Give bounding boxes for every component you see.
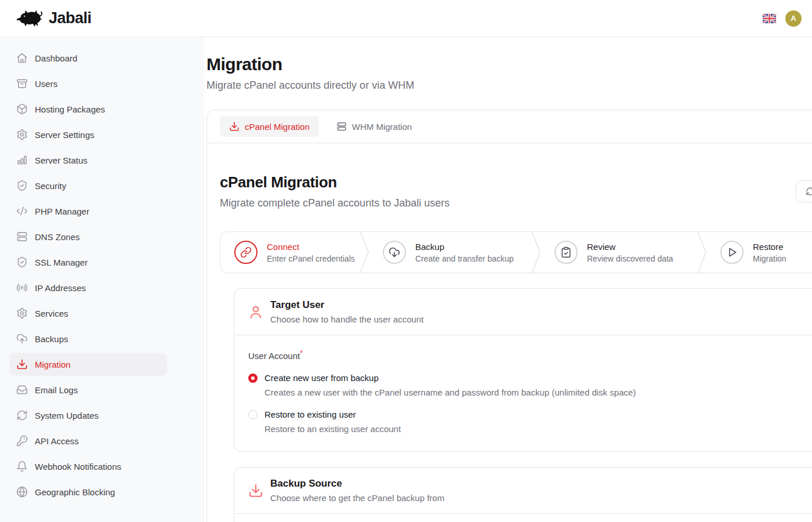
step-connect[interactable]: ConnectEnter cPanel credentials <box>220 232 360 273</box>
radio-button[interactable] <box>248 374 258 383</box>
step-separator-chevron-icon <box>531 231 541 273</box>
tab-label: WHM Migration <box>352 122 412 132</box>
brand-name: Jabali <box>49 9 92 27</box>
download-icon <box>229 121 240 132</box>
sidebar-item-services[interactable]: Services <box>9 302 167 325</box>
tab-cpanel-migration[interactable]: cPanel Migration <box>220 116 319 137</box>
sidebar-item-label: Email Logs <box>35 385 78 395</box>
sidebar-nav: DashboardUsersHosting PackagesServer Set… <box>0 37 204 522</box>
step-subtitle: Review discovered data <box>587 254 673 263</box>
logo-link[interactable]: Jabali <box>15 8 92 30</box>
backup-source-card: Backup Source Choose where to get the cP… <box>234 467 812 522</box>
sidebar-item-email-logs[interactable]: Email Logs <box>9 378 167 401</box>
step-subtitle: Create and transfer backup <box>415 254 514 263</box>
topbar: Jabali A <box>0 0 812 37</box>
sidebar-item-label: Dashboard <box>35 53 77 63</box>
download-icon <box>248 483 263 498</box>
refresh-icon <box>806 187 812 196</box>
code-icon <box>16 205 28 217</box>
option-description: Creates a new user with the cPanel usern… <box>264 387 812 397</box>
server-icon <box>16 231 28 242</box>
step-restore[interactable]: RestoreMigration <box>706 232 812 273</box>
backup-source-title: Backup Source <box>270 478 444 490</box>
sidebar-item-label: API Access <box>35 436 79 446</box>
server-icon <box>336 121 347 132</box>
sidebar-item-label: PHP Manager <box>35 206 89 216</box>
sidebar-item-ip-addresses[interactable]: IP Addresses <box>9 276 167 299</box>
inbox-icon <box>16 384 28 396</box>
sidebar-item-migration[interactable]: Migration <box>9 353 167 376</box>
option-label: Create new user from backup <box>264 373 379 383</box>
uk-flag-icon[interactable] <box>763 14 776 23</box>
sidebar-item-dns-zones[interactable]: DNS Zones <box>9 225 167 248</box>
step-title: Connect <box>267 242 355 252</box>
panel-subtitle: Migrate complete cPanel accounts to Jaba… <box>220 197 449 209</box>
sidebar-item-dashboard[interactable]: Dashboard <box>9 46 167 70</box>
shield-check-icon <box>16 180 28 191</box>
step-separator-chevron-icon <box>697 231 706 273</box>
sidebar-item-server-status[interactable]: Server Status <box>9 148 167 172</box>
sidebar-item-hosting-packages[interactable]: Hosting Packages <box>9 97 167 121</box>
shield-check-icon <box>16 256 28 268</box>
sidebar-item-label: Server Status <box>35 155 88 165</box>
settings-icon <box>16 129 28 140</box>
package-icon <box>16 103 28 115</box>
key-icon <box>16 435 28 447</box>
migration-stepper: ConnectEnter cPanel credentialsBackupCre… <box>220 231 812 273</box>
sidebar-item-label: Backups <box>35 334 68 344</box>
sidebar-item-php-manager[interactable]: PHP Manager <box>9 200 167 223</box>
page-subtitle: Migrate cPanel accounts directly or via … <box>206 79 812 92</box>
panel-title: cPanel Migration <box>220 173 449 191</box>
step-title: Review <box>587 242 673 252</box>
option-create-new-user[interactable]: Create new user from backupCreates a new… <box>248 373 812 397</box>
sidebar-item-users[interactable]: Users <box>9 72 167 95</box>
sidebar-item-label: IP Addresses <box>35 283 86 293</box>
sidebar-item-ssl-manager[interactable]: SSL Manager <box>9 251 167 274</box>
step-subtitle: Enter cPanel credentials <box>267 254 355 263</box>
sidebar-item-label: Migration <box>35 360 71 369</box>
tab-label: cPanel Migration <box>245 122 310 132</box>
page-title: Migration <box>206 55 812 74</box>
start-over-button[interactable]: Start Over <box>796 180 812 202</box>
play-icon <box>720 241 744 264</box>
sidebar-item-label: DNS Zones <box>35 232 80 242</box>
option-description: Restore to an existing user account <box>264 424 812 434</box>
step-subtitle: Migration <box>753 254 786 263</box>
radio-button[interactable] <box>248 410 258 419</box>
bell-icon <box>16 461 28 472</box>
option-restore-existing-user[interactable]: Restore to existing userRestore to an ex… <box>248 409 812 434</box>
sidebar-item-system-updates[interactable]: System Updates <box>9 404 167 427</box>
home-icon <box>16 52 28 64</box>
step-title: Backup <box>415 242 514 252</box>
step-review[interactable]: ReviewReview discovered data <box>541 232 697 273</box>
target-user-title: Target User <box>270 299 423 311</box>
link-icon <box>234 241 258 264</box>
cloud-upload-icon <box>16 333 28 345</box>
clipboard-check-icon <box>554 241 578 264</box>
backup-source-subtitle: Choose where to get the cPanel backup fr… <box>270 493 444 503</box>
sidebar-item-webhook-notifications[interactable]: Webhook Notifications <box>9 455 167 478</box>
sidebar-item-api-access[interactable]: API Access <box>9 429 167 452</box>
sidebar-item-label: Server Settings <box>35 130 95 140</box>
step-title: Restore <box>753 242 786 252</box>
archive-icon <box>16 78 28 89</box>
sidebar-item-label: Security <box>35 181 66 191</box>
option-label: Restore to existing user <box>264 409 356 419</box>
main-content: Migration Migrate cPanel accounts direct… <box>204 37 812 522</box>
avatar[interactable]: A <box>785 10 802 27</box>
sidebar-item-geographic-blocking[interactable]: Geographic Blocking <box>9 480 167 503</box>
user-account-options: Create new user from backupCreates a new… <box>248 373 812 434</box>
target-user-subtitle: Choose how to handle the user account <box>270 314 423 324</box>
bar-chart-icon <box>16 154 28 166</box>
sidebar-item-label: Services <box>35 309 68 318</box>
sidebar-item-server-settings[interactable]: Server Settings <box>9 123 167 146</box>
required-mark: * <box>300 349 303 357</box>
tab-whm-migration[interactable]: WHM Migration <box>327 116 421 137</box>
migration-card: cPanel MigrationWHM Migration cPanel Mig… <box>206 110 812 522</box>
sidebar-item-backups[interactable]: Backups <box>9 327 167 350</box>
sidebar-item-label: Geographic Blocking <box>35 487 115 497</box>
radio-waves-icon <box>16 282 28 293</box>
sidebar-item-security[interactable]: Security <box>9 174 167 197</box>
step-separator-chevron-icon <box>360 231 369 273</box>
step-backup[interactable]: BackupCreate and transfer backup <box>369 232 531 273</box>
